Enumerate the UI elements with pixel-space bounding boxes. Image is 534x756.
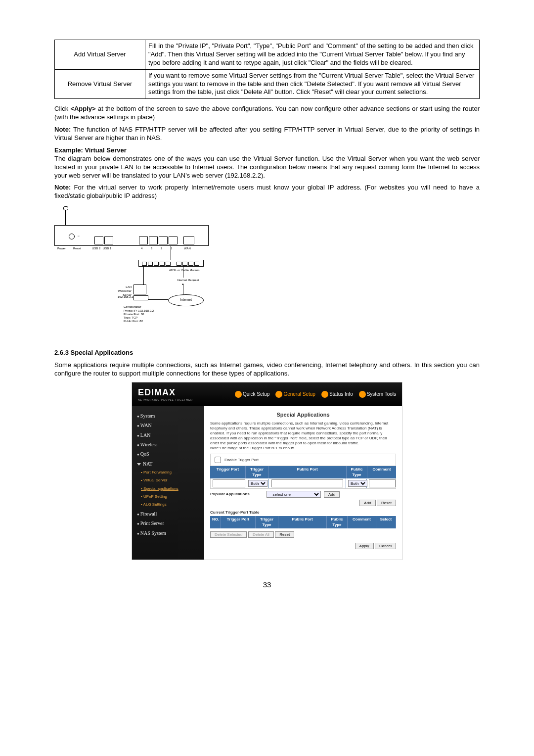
popular-applications-select[interactable]: -- select one -- (267, 491, 321, 498)
col-public-port: Public Port (278, 516, 327, 528)
label: 2 (161, 247, 162, 251)
current-table-header: NO. Trigger Port Trigger Type Public Por… (210, 516, 396, 528)
main-panel: Special Applications Some applications r… (204, 406, 402, 560)
sidebar-item-port-forwarding[interactable]: Port Forwarding (136, 469, 200, 476)
sidebar-item-print-server[interactable]: Print Server (136, 519, 200, 528)
paragraph-note-ip: Note: For the virtual server to work pro… (54, 184, 480, 200)
nav-status-info[interactable]: Status Info (321, 391, 353, 398)
param-label-remove: Remove Virtual Server (55, 69, 145, 99)
panel-description: Some applications require multiple conne… (210, 421, 396, 451)
col-public-port: Public Port (268, 466, 347, 478)
trigger-port-input[interactable] (213, 479, 245, 487)
info-icon (321, 391, 328, 398)
apply-button[interactable]: Apply (355, 543, 374, 549)
sidebar-item-virtual-server[interactable]: Virtual Server (136, 476, 200, 484)
col-trigger-type: Trigger Type (246, 466, 268, 478)
sidebar-item-wireless[interactable]: Wireless (136, 440, 200, 449)
paragraph-note-nas: Note: The function of NAS FTP/HTTP serve… (54, 126, 480, 142)
param-label-add: Add Virtual Server (55, 40, 145, 70)
col-no: NO. (210, 516, 221, 528)
tools-icon (359, 391, 366, 398)
hub-icon (138, 260, 204, 267)
parameter-table: Add Virtual Server Fill in the "Private … (54, 40, 480, 99)
gear-icon (275, 391, 282, 398)
enable-trigger-port-checkbox[interactable] (215, 457, 221, 463)
reset-button[interactable]: Reset (377, 500, 396, 506)
port-icon (169, 236, 178, 244)
col-trigger-port: Trigger Port (210, 466, 246, 478)
virtual-server-diagram: ○ Power Reset USB 2 USB 1 4 3 2 1 WAN AD… (54, 205, 213, 339)
port-icon (104, 236, 113, 244)
antenna-icon (63, 206, 67, 226)
wan-port-icon (183, 236, 194, 244)
sidebar-item-lan[interactable]: LAN (136, 430, 200, 440)
conf-line: Configuration (124, 305, 141, 309)
label: 4 (141, 247, 142, 251)
label-adsl: ADSL or Cable Modem (169, 269, 199, 273)
port-icon (94, 236, 103, 244)
example-body: The diagram below demonstrates one of th… (54, 155, 480, 180)
nav-quick-setup[interactable]: Quick Setup (235, 391, 269, 398)
sidebar: System WAN LAN Wireless QoS NAT Port For… (132, 406, 204, 560)
conf-line: Public Port: 82 (124, 320, 143, 324)
led-icon (69, 234, 75, 239)
sidebar-item-nat[interactable]: NAT (136, 459, 200, 469)
port-icon (149, 236, 158, 244)
cancel-button[interactable]: Cancel (375, 543, 396, 549)
label: Reset (73, 247, 81, 251)
label: Power (57, 247, 66, 251)
sidebar-item-nas-system[interactable]: NAS System (136, 528, 200, 538)
sidebar-item-wan[interactable]: WAN (136, 421, 200, 430)
delete-all-button[interactable]: Delete All (248, 531, 274, 538)
sidebar-item-system[interactable]: System (136, 411, 200, 421)
paragraph-apply: Click <Apply> at the bottom of the scree… (54, 105, 480, 122)
example-title: Example: Virtual Server (54, 146, 480, 155)
panel-title: Special Applications (210, 411, 396, 418)
brand-tagline: NETWORKING PEOPLE TOGETHER (138, 398, 193, 402)
label-server-ip: 192.168.2.2 (118, 295, 134, 299)
param-desc-remove: If you want to remove some Virtual Serve… (145, 69, 480, 99)
enable-trigger-port-label: Enable Trigger Port (224, 458, 259, 463)
top-nav: Quick Setup General Setup Status Info Sy… (235, 391, 396, 398)
col-trigger-type: Trigger Type (256, 516, 278, 528)
label: 3 (151, 247, 152, 251)
section-text: Some applications require multiple conne… (54, 361, 480, 378)
enable-trigger-port-row: Enable Trigger Port (210, 454, 396, 466)
param-desc-add: Fill in the "Private IP", "Private Port"… (145, 40, 480, 70)
sidebar-item-special-applications[interactable]: Special applications (136, 485, 200, 493)
input-table-header: Trigger Port Trigger Type Public Port Pu… (210, 466, 396, 478)
section-heading: 2.6.3 Special Applications (54, 349, 480, 357)
router-icon: ○ (54, 225, 209, 246)
internet-cloud-icon: Internet (168, 294, 204, 306)
col-comment: Comment (348, 516, 376, 528)
server-icon (134, 284, 147, 299)
label: USB 2 (92, 247, 100, 251)
delete-selected-button[interactable]: Delete Selected (210, 531, 247, 538)
nav-general-setup[interactable]: General Setup (275, 391, 315, 398)
public-port-input[interactable] (271, 479, 344, 487)
reset-table-button[interactable]: Reset (275, 531, 294, 538)
popular-applications-label: Popular Applications (210, 492, 264, 497)
comment-input[interactable] (369, 479, 396, 487)
popular-add-button[interactable]: Add (324, 491, 340, 498)
topbar: EDIMAX NETWORKING PEOPLE TOGETHER Quick … (132, 382, 402, 406)
label: USB 1 (103, 247, 111, 251)
nav-system-tools[interactable]: System Tools (359, 391, 396, 398)
public-type-select[interactable]: Both (348, 480, 367, 487)
label: WAN (184, 247, 191, 251)
label-request: Internet Request (177, 279, 199, 283)
col-comment: Comment (367, 466, 396, 478)
sidebar-item-upnp[interactable]: UPnP Setting (136, 493, 200, 501)
sidebar-item-firewall[interactable]: Firewall (136, 509, 200, 519)
col-public-type: Public Type (327, 516, 348, 528)
col-trigger-port: Trigger Port (221, 516, 256, 528)
gear-icon (235, 391, 242, 398)
trigger-type-select[interactable]: Both (248, 480, 267, 487)
sidebar-item-qos[interactable]: QoS (136, 449, 200, 459)
popular-applications-row: Popular Applications -- select one -- Ad… (210, 491, 396, 498)
sidebar-item-alg[interactable]: ALG Settings (136, 501, 200, 509)
current-table-title: Current Trigger-Port Table (210, 510, 396, 515)
input-table-row: Both Both (210, 478, 396, 489)
add-button[interactable]: Add (359, 500, 375, 506)
brand-logo: EDIMAX (138, 387, 193, 398)
